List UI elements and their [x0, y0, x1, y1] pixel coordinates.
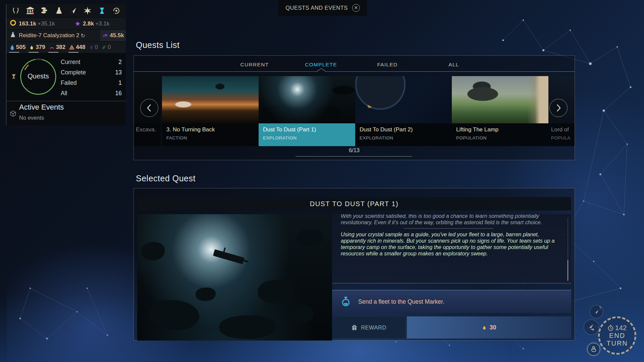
resource-hyperium[interactable]: 379 — [28, 44, 46, 51]
active-tab-caret — [317, 68, 326, 72]
quest-tabs: CURRENT COMPLETE FAILED ALL — [134, 60, 575, 70]
dust-influence-row: 163.1k +35.1k ★ 2.8k +3.1k — [6, 17, 126, 29]
pagination-underline — [296, 156, 412, 157]
quantite-gem-icon — [89, 45, 94, 50]
quest-count-complete[interactable]: Complete13 — [61, 67, 122, 78]
adamantian-arc-icon — [49, 45, 55, 50]
research-row[interactable]: Reidite-7 Catalyzation 2 ↻ 45.5k — [6, 29, 126, 41]
orichalcix-leaf-icon — [101, 45, 107, 50]
quest-log-previous: With your scientist satisfied, this is t… — [341, 214, 556, 226]
hyperium-flame-icon — [29, 44, 35, 51]
tab-all[interactable]: ALL — [421, 60, 487, 70]
close-icon[interactable]: ✕ — [352, 4, 360, 12]
influence-star-icon: ★ — [75, 20, 80, 27]
influence-value: 2.8k — [83, 20, 94, 27]
research-repeat-icon: ↻ — [80, 33, 85, 39]
economy-coins-icon[interactable] — [40, 6, 50, 15]
diplomacy-hand-icon[interactable] — [111, 6, 121, 15]
derelict-ship-silhouette — [213, 249, 245, 264]
carousel-next-button[interactable] — [549, 99, 568, 117]
resource-quantite[interactable]: 0 — [88, 44, 99, 51]
chevron-right-icon — [555, 104, 562, 112]
quest-objective-bar: Send a fleet to the Quest Marker. — [332, 290, 571, 313]
reward-label: REWARD — [361, 324, 386, 331]
quest-count-failed[interactable]: Failed1 — [61, 78, 122, 88]
gift-icon — [351, 324, 358, 331]
end-turn-label: END — [609, 332, 625, 340]
reward-button[interactable]: REWARD — [332, 316, 406, 339]
selected-quest-art — [137, 214, 332, 341]
quest-card-dust-to-dust-1[interactable]: Dust To Dust (Part 1) EXPLORATION — [259, 76, 355, 146]
selected-quest-panel: DUST TO DUST (PART 1) With your scientis… — [133, 188, 575, 341]
resource-adamantian[interactable]: 382 — [48, 44, 66, 51]
idle-fleet-button[interactable] — [584, 319, 599, 335]
objective-timer-icon — [341, 297, 350, 307]
victory-wreath-icon[interactable] — [11, 6, 21, 15]
quest-card-no-turning-back[interactable]: 3. No Turning Back FACTION — [162, 76, 259, 146]
quest-card-dust-to-dust-2[interactable]: Dust To Dust (Part 2) EXPLORATION — [355, 76, 452, 146]
fleet-move-icon — [587, 323, 596, 331]
dust-coin-icon — [10, 19, 16, 28]
titanium-crystal-icon — [9, 44, 15, 51]
turn-number: 142 — [615, 324, 627, 332]
resource-orichalcix[interactable]: 0 — [100, 44, 112, 51]
selected-quest-heading: Selected Quest — [136, 174, 196, 183]
active-events-empty: No events — [19, 115, 44, 121]
score-value: 45.5k — [110, 32, 124, 39]
empire-temple-icon[interactable] — [25, 6, 35, 15]
quest-filter-trophy-icon[interactable] — [10, 73, 17, 82]
antimatter-knot-icon — [69, 45, 75, 50]
quest-count-current[interactable]: Current2 — [61, 57, 122, 67]
reward-value-bar: 30 — [407, 316, 571, 339]
tab-failed[interactable]: FAILED — [354, 60, 421, 70]
objective-text: Send a fleet to the Quest Marker. — [358, 298, 444, 305]
dust-delta: +35.1k — [38, 20, 55, 27]
hyperium-flame-icon — [482, 324, 487, 331]
resource-titanium[interactable]: 505 — [8, 44, 26, 51]
research-flask-icon — [10, 32, 16, 40]
quests-list-panel: CURRENT COMPLETE FAILED ALL Excava. 3. N… — [133, 55, 575, 160]
log-divider — [404, 228, 493, 229]
log-scrollbar-thumb[interactable] — [568, 260, 568, 281]
dust-value: 163.1k — [19, 20, 36, 27]
time-hourglass-icon[interactable] — [97, 6, 107, 15]
selected-quest-titlebar: DUST TO DUST (PART 1) — [137, 197, 571, 210]
quest-card-carousel: Excava. 3. No Turning Back FACTION Dust … — [134, 76, 575, 146]
quest-card-art — [355, 76, 452, 123]
quest-card-art — [452, 76, 548, 123]
empire-menu-row — [6, 4, 126, 17]
resource-antimatter[interactable]: 448 — [68, 44, 86, 51]
influence-delta: +3.1k — [95, 20, 109, 27]
quest-card-lifting-the-lamp[interactable]: Lifting The Lamp POPULATION — [452, 76, 548, 146]
science-flask-icon[interactable] — [54, 6, 64, 15]
quests-list-heading: Quests List — [136, 40, 180, 50]
idle-scout-button[interactable]: ? — [590, 305, 603, 318]
end-turn-label: TURN — [606, 340, 628, 347]
events-cube-icon — [10, 110, 16, 119]
quest-summary-panel: Quests Current2 Complete13 Failed1 All16 — [6, 53, 126, 101]
fleet-arrow-icon[interactable] — [68, 6, 78, 15]
quest-card-art — [259, 76, 355, 123]
tab-current[interactable]: CURRENT — [221, 60, 288, 70]
quest-log[interactable]: With your scientist satisfied, this is t… — [332, 214, 571, 284]
notification-grab-button[interactable] — [587, 343, 600, 356]
quest-card-art — [162, 76, 259, 123]
score-badge[interactable]: 45.5k — [100, 30, 126, 41]
active-events-panel: Active Events No events — [6, 101, 126, 125]
carousel-pagination: 6/13 — [134, 147, 575, 154]
chevron-left-icon — [146, 104, 153, 112]
scout-question-hint: ? — [599, 306, 601, 310]
grab-hand-icon — [590, 346, 597, 353]
quest-log-current: Using your crystal sample as a guide, yo… — [341, 231, 556, 257]
industry-sun-icon[interactable] — [83, 6, 93, 15]
screen-header: QUESTS AND EVENTS ✕ — [278, 0, 367, 16]
quest-count-all[interactable]: All16 — [61, 88, 122, 99]
carousel-prev-button[interactable] — [140, 99, 158, 117]
tab-divider — [134, 71, 575, 72]
quest-ring-label: Quests — [19, 72, 57, 80]
score-star-icon — [102, 32, 109, 39]
screen-title: QUESTS AND EVENTS — [285, 5, 347, 11]
empire-resource-panel: 163.1k +35.1k ★ 2.8k +3.1k Reidite-7 Cat… — [6, 4, 126, 53]
end-turn-button[interactable]: 142 END TURN — [598, 316, 636, 355]
turn-clock-icon — [607, 325, 614, 331]
